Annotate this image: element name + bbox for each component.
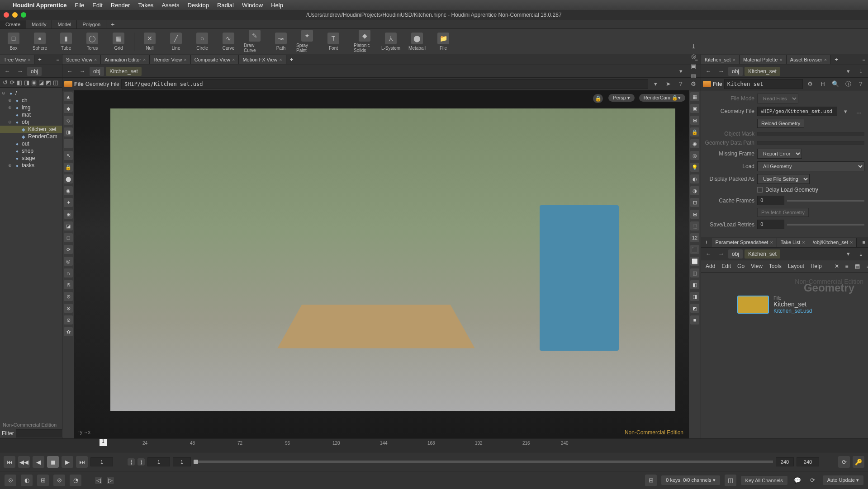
viewport-tool-icon[interactable]: ◎ [64,257,73,266]
node-name-field[interactable]: Kitchen_set [724,79,803,89]
close-icon[interactable]: × [824,57,827,62]
clock-icon[interactable]: ◔ [70,475,81,486]
tree-row-Kitchen_set[interactable]: ◆Kitchen_set [0,126,62,133]
tree-tool-icon[interactable]: ◩ [45,78,52,88]
first-frame-button[interactable]: ⏮ [4,456,15,468]
viewport-tool-icon[interactable]: □ [64,233,73,242]
close-icon[interactable]: × [28,57,30,62]
close-icon[interactable]: × [184,57,186,62]
app-name[interactable]: Houdini Apprentice [13,2,66,9]
fwd-icon[interactable]: → [14,66,25,76]
shelf-tab-modify[interactable]: Modify [26,20,52,28]
file-mode-select[interactable]: Read Files [757,94,798,103]
dropdown-icon[interactable]: ▾ [840,106,851,116]
menu-assets[interactable]: Assets [161,2,179,9]
viewport-display-icon[interactable]: ◩ [690,304,699,313]
viewport-tool-icon[interactable]: ⋒ [64,280,73,289]
stop-button[interactable]: ◼ [47,456,59,468]
tree-row-RenderCam[interactable]: ◆RenderCam [0,133,62,140]
file-node[interactable]: File Kitchen_set Kitchen_set.usd [737,295,812,314]
shelf-tab-polygon[interactable]: Polygon [77,20,106,28]
range-slider[interactable] [194,461,773,463]
close-icon[interactable]: × [279,57,282,62]
path-tool-icon[interactable]: ◎ [688,52,699,61]
close-icon[interactable] [4,12,9,18]
tree-row-obj[interactable]: ⊖●obj [0,118,62,126]
menu-add[interactable]: Add [706,263,715,269]
viewport-tool-icon[interactable]: ⊗ [64,304,73,313]
menu-go[interactable]: Go [737,263,745,269]
node-tile-icon[interactable] [737,296,769,314]
range-start-field[interactable] [173,457,191,466]
viewport-tool-icon[interactable]: ◪ [64,221,73,230]
tree-row-ch[interactable]: ⊕●ch [0,97,62,104]
close-icon[interactable]: × [94,57,97,62]
traffic-lights[interactable] [4,12,26,18]
viewport-tool-icon[interactable]: ◉ [64,186,73,195]
shelf-tool-circle[interactable]: ○Circle [191,33,213,51]
playhead[interactable]: 1 [100,439,107,446]
play-button[interactable]: ▶ [62,456,73,468]
add-tab-button[interactable]: + [831,54,842,65]
close-icon[interactable]: × [232,57,235,62]
prev-icon[interactable]: ⟨ [128,458,135,465]
tab--obj-kitchen_set[interactable]: /obj/Kitchen_set× [809,238,857,247]
start-frame-field[interactable] [147,457,170,466]
refresh-icon[interactable]: ⟳ [807,475,818,485]
tool-icon[interactable]: ▤ [855,263,860,269]
pin-icon[interactable]: ⤓ [855,249,866,259]
select-icon[interactable]: ➤ [663,79,674,89]
timeline-ruler[interactable]: 1 24487296120144168192216240 [0,439,868,452]
tab-scene-view[interactable]: Scene View× [62,55,101,64]
toggle-icon[interactable]: ⊖ [8,120,13,124]
tree-tool-icon[interactable]: ◧ [16,78,23,88]
viewport-tool-icon[interactable]: ⊞ [64,210,73,219]
viewport-display-icon[interactable]: ⬚ [690,221,699,230]
shelf-tool-spray-paint[interactable]: ✦Spray Paint [296,30,318,53]
toggle-icon[interactable]: ⊕ [8,163,13,168]
shelf-tool-null[interactable]: ✕Null [139,33,161,51]
viewport-tool-icon[interactable]: ✿ [64,327,73,336]
viewport-display-icon[interactable]: ◧ [690,280,699,289]
tree-row-img[interactable]: ⊕●img [0,104,62,111]
mac-menubar[interactable]: Houdini Apprentice File Edit Render Take… [0,0,868,10]
path-obj[interactable]: obj [728,67,743,76]
shelf-tool-platonic-solids[interactable]: ◆Platonic Solids [354,30,375,53]
channels-icon[interactable]: ◫ [725,475,736,486]
close-icon[interactable]: × [802,240,805,245]
add-tab-button[interactable]: + [34,54,45,65]
shelf-tool-file[interactable]: 📁File [432,33,454,51]
auto-update-dropdown[interactable]: Auto Update ▾ [823,475,863,485]
viewport-display-icon[interactable]: ◎ [690,151,699,160]
shelf-tool-line[interactable]: ╱Line [165,33,187,51]
pane-menu-icon[interactable]: ≡ [860,55,868,64]
viewport-tool-icon[interactable]: ⊘ [64,315,73,324]
menu-tools[interactable]: Tools [769,263,782,269]
realtime-icon[interactable]: ⟳ [838,456,850,468]
keys-icon[interactable]: ⊞ [645,475,657,486]
gear-icon[interactable]: ⚙ [688,79,699,89]
next-key-icon[interactable]: ▷ [107,477,114,484]
tree-tool-icon[interactable]: ⟳ [9,78,15,88]
path-obj[interactable]: obj [90,67,104,76]
zoom-icon[interactable] [21,12,26,18]
path-kitchen-set[interactable]: Kitchen_set [106,67,142,76]
shelf-tool-tube[interactable]: ▮Tube [55,33,77,51]
pane-menu-icon[interactable]: ≡ [54,55,62,64]
viewport-display-icon[interactable]: ⬛ [690,245,699,254]
fwd-icon[interactable]: → [716,66,726,76]
tree-row-stage[interactable]: ●stage [0,155,62,162]
viewport-display-icon[interactable]: ◨ [690,292,699,301]
viewport-display-icon[interactable]: ◐ [690,174,699,183]
shelf-tool-metaball[interactable]: ⬤Metaball [406,33,428,51]
shelf-tool-font[interactable]: TFont [323,33,344,51]
back-icon[interactable]: ← [64,66,75,76]
scope-icon[interactable]: ⊘ [53,475,65,486]
gear-icon[interactable]: ⚙ [805,79,816,89]
tab-asset-browser[interactable]: Asset Browser× [787,55,831,64]
tool-icon[interactable]: ≣ [866,263,868,269]
help-icon[interactable]: ? [675,79,686,89]
path-tool-icon[interactable]: ▣ [688,61,699,71]
shelf-tool-box[interactable]: □Box [3,33,24,51]
shelf-tool-torus[interactable]: ◯Torus [81,33,103,51]
